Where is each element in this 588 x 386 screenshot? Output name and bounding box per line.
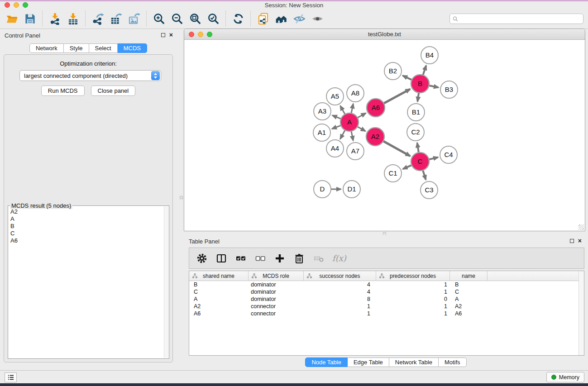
save-session-button[interactable] xyxy=(21,10,39,28)
node-label-B3: B3 xyxy=(445,86,453,93)
mcds-result-item[interactable]: A6 xyxy=(9,237,163,244)
table-row[interactable]: Bdominator41B xyxy=(189,281,584,288)
window-controls xyxy=(5,2,28,8)
refresh-layout-button[interactable] xyxy=(229,10,247,28)
node-label-B: B xyxy=(418,80,422,87)
deselect-all-button[interactable] xyxy=(254,253,266,264)
column-header-predecessor-nodes[interactable]: predecessor nodes xyxy=(376,271,450,281)
search-input[interactable] xyxy=(459,16,581,22)
import-table-button[interactable] xyxy=(64,10,82,28)
table-tab-network-table[interactable]: Network Table xyxy=(389,357,439,367)
edge-B-B2[interactable] xyxy=(403,76,413,80)
edge-B-B3[interactable] xyxy=(428,86,439,88)
import-network-button[interactable] xyxy=(46,10,64,28)
edge-A2-C[interactable] xyxy=(382,141,410,156)
add-column-button[interactable] xyxy=(274,253,286,264)
task-history-button[interactable] xyxy=(5,372,17,382)
table-row[interactable]: A2connector11A2 xyxy=(189,303,584,310)
open-file-button[interactable] xyxy=(3,10,21,28)
memory-button[interactable]: Memory xyxy=(546,372,584,382)
resize-grip-icon[interactable] xyxy=(578,224,584,230)
table-tab-node-table[interactable]: Node Table xyxy=(305,357,348,367)
edge-B-B4[interactable] xyxy=(423,66,426,76)
node-label-A1: A1 xyxy=(318,129,326,136)
zoom-in-button[interactable] xyxy=(150,10,168,28)
control-tab-mcds[interactable]: MCDS xyxy=(118,43,147,53)
vertical-splitter-handle[interactable] xyxy=(180,196,183,199)
edge-A-A3[interactable] xyxy=(332,115,342,119)
export-network-button[interactable] xyxy=(89,10,107,28)
control-tab-network[interactable]: Network xyxy=(29,43,64,53)
close-window-button[interactable] xyxy=(5,2,10,8)
network-close-button[interactable] xyxy=(189,32,194,37)
column-header-shared-name[interactable]: shared name xyxy=(189,271,249,281)
mcds-result-item[interactable]: A2 xyxy=(9,208,163,215)
home-view-button[interactable] xyxy=(272,10,290,28)
edge-A-A6[interactable] xyxy=(357,113,366,118)
table-tab-edge-table[interactable]: Edge Table xyxy=(348,357,389,367)
column-header-successor-nodes[interactable]: successor nodes xyxy=(304,271,376,281)
run-mcds-button[interactable]: Run MCDS xyxy=(41,86,85,96)
split-columns-button[interactable] xyxy=(215,253,227,264)
mcds-result-list[interactable]: A2ABCA6 xyxy=(9,208,163,358)
mcds-result-item[interactable]: A xyxy=(9,215,163,223)
close-panel-icon[interactable]: × xyxy=(169,32,173,38)
table-row[interactable]: A6connector11A6 xyxy=(189,310,584,317)
criterion-dropdown[interactable]: largest connected component (directed) xyxy=(19,70,161,81)
settings-button[interactable] xyxy=(196,253,208,264)
edge-C-C1[interactable] xyxy=(403,165,412,169)
edge-A6-B[interactable] xyxy=(383,89,410,104)
export-image-button[interactable] xyxy=(125,10,143,28)
network-graph[interactable]: B4B2BB3A8A5A6A3B1AA1C2A2A4A7C4CC1C3DD1 xyxy=(184,40,585,231)
edge-A-A7[interactable] xyxy=(351,130,354,141)
mcds-list-scrollbar[interactable] xyxy=(164,206,168,358)
table-tab-motifs[interactable]: Motifs xyxy=(439,357,467,367)
table-tabs: Node TableEdge TableNetwork TableMotifs xyxy=(184,357,588,367)
edge-A-A5[interactable] xyxy=(340,106,345,115)
close-panel-button[interactable]: Close panel xyxy=(91,86,136,96)
network-canvas[interactable]: B4B2BB3A8A5A6A3B1AA1C2A2A4A7C4CC1C3DD1 xyxy=(184,40,585,231)
float-table-panel-icon[interactable] xyxy=(570,239,574,243)
edge-A-A4[interactable] xyxy=(340,129,346,139)
network-minimize-button[interactable] xyxy=(198,32,203,37)
mcds-result-item[interactable]: B xyxy=(9,223,163,230)
export-table-button[interactable] xyxy=(107,10,125,28)
edge-A-A1[interactable] xyxy=(332,125,342,129)
function-builder-button[interactable]: f(x) xyxy=(332,253,346,263)
table-row[interactable]: Cdominator41C xyxy=(189,288,584,295)
column-header-MCDS-role[interactable]: MCDS role xyxy=(249,271,304,281)
zoom-window-button[interactable] xyxy=(23,2,28,8)
search-box[interactable] xyxy=(449,14,583,24)
edge-C-C2[interactable] xyxy=(417,143,419,153)
zoom-selected-button[interactable] xyxy=(204,10,222,28)
float-panel-icon[interactable] xyxy=(161,33,165,37)
control-tab-select[interactable]: Select xyxy=(89,43,118,53)
zoom-fit-button[interactable] xyxy=(186,10,204,28)
select-all-button[interactable] xyxy=(235,253,247,264)
network-window-titlebar[interactable]: testGlobe.txt xyxy=(184,29,585,40)
table-cell: 1 xyxy=(304,303,376,310)
show-details-button[interactable] xyxy=(308,10,326,28)
edge-A-A8[interactable] xyxy=(351,104,354,114)
network-zoom-button[interactable] xyxy=(207,32,212,37)
delete-column-button[interactable] xyxy=(293,253,305,264)
close-table-panel-icon[interactable]: × xyxy=(578,238,582,244)
edge-A-A2[interactable] xyxy=(357,126,366,131)
table-row[interactable]: Adominator80A xyxy=(189,295,584,303)
zoom-out-button[interactable] xyxy=(168,10,186,28)
main-titlebar[interactable]: Session: New Session xyxy=(0,1,588,9)
control-tab-style[interactable]: Style xyxy=(64,43,89,53)
edge-C-C4[interactable] xyxy=(428,157,438,160)
minimize-window-button[interactable] xyxy=(14,2,19,8)
table-scrollbar[interactable] xyxy=(578,271,584,355)
delete-table-button[interactable] xyxy=(313,253,325,264)
hide-details-button[interactable] xyxy=(290,10,308,28)
table-cell: 4 xyxy=(304,288,376,295)
home-view-icon xyxy=(275,13,287,25)
mcds-result-item[interactable]: C xyxy=(9,230,163,237)
column-header-name[interactable]: name xyxy=(450,271,488,281)
node-table: shared nameMCDS rolesuccessor nodesprede… xyxy=(189,271,584,356)
table-cell: A2 xyxy=(189,303,249,310)
edge-C-C3[interactable] xyxy=(422,169,425,180)
clone-network-button[interactable] xyxy=(254,10,272,28)
